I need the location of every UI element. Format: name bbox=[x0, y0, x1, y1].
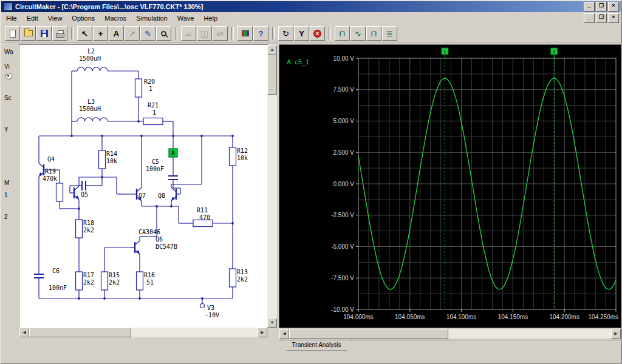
component-label: 10k bbox=[237, 155, 248, 161]
vertical-scroll-thumb[interactable] bbox=[267, 55, 277, 95]
open-button[interactable] bbox=[21, 26, 36, 41]
menu-item-wave[interactable]: Wave bbox=[173, 13, 199, 23]
scroll-left-icon[interactable]: ◀ bbox=[279, 329, 289, 339]
mirror-button[interactable]: ◫ bbox=[197, 26, 212, 41]
scope-window-3-button[interactable]: ⊓ bbox=[366, 26, 381, 41]
new-icon bbox=[10, 30, 16, 38]
component-label: 51 bbox=[146, 279, 154, 286]
component-label: R18 bbox=[83, 220, 94, 226]
x-tick-label: 104.200ms bbox=[549, 314, 579, 320]
mdi-restore-button[interactable]: ❐ bbox=[596, 13, 607, 23]
schematic-canvas[interactable]: L21500uHL31500uHR201R211R1410kR1210kR194… bbox=[19, 45, 267, 328]
scroll-right-icon[interactable]: ▶ bbox=[611, 329, 621, 339]
component-label: Q8 bbox=[158, 192, 165, 199]
probe-tool-button[interactable]: Y bbox=[294, 26, 309, 41]
save-button[interactable] bbox=[36, 26, 52, 41]
x-tick-label: 104.150ms bbox=[498, 314, 528, 320]
stop-simulation-icon bbox=[313, 30, 321, 38]
maximize-button[interactable]: ❐ bbox=[596, 2, 607, 12]
toolbar-separator bbox=[272, 27, 275, 39]
toolbar-separator bbox=[231, 27, 234, 39]
y-tick-label: -5.000 V bbox=[331, 243, 354, 250]
menu-item-view[interactable]: View bbox=[43, 13, 67, 23]
y-tick-label: 7.500 V bbox=[333, 86, 355, 93]
check-schematic-button[interactable] bbox=[238, 26, 253, 41]
waveform-horizontal-scrollbar[interactable]: ◀ ▶ bbox=[279, 329, 621, 339]
component-label: 2k2 bbox=[109, 279, 120, 286]
component-label: 2k2 bbox=[237, 276, 248, 283]
delete-tool-button[interactable]: ↗ bbox=[125, 26, 140, 41]
component-label: 2k2 bbox=[83, 227, 94, 234]
mdi-minimize-button[interactable]: _ bbox=[584, 13, 595, 23]
waveform-pane: 10.00 V7.500 V5.000 V2.500 V0.000 V-2.50… bbox=[279, 45, 621, 351]
scope-window-2-button[interactable]: ∿ bbox=[350, 26, 366, 41]
menu-item-simulation[interactable]: Simulation bbox=[131, 13, 172, 23]
scroll-up-icon[interactable]: ▲ bbox=[267, 45, 277, 55]
horizontal-scroll-thumb[interactable] bbox=[29, 328, 131, 337]
component-label: Q4 bbox=[47, 156, 55, 163]
component-label: C5 bbox=[152, 158, 159, 165]
component-label: Q5 bbox=[81, 191, 88, 198]
scroll-left-icon[interactable]: ◀ bbox=[19, 328, 29, 337]
y-tick-label: 10.00 V bbox=[333, 55, 355, 62]
text-tool-button[interactable]: A bbox=[109, 26, 124, 41]
stop-simulation-button[interactable] bbox=[310, 26, 325, 41]
title-bar[interactable]: CircuitMaker - [C:\Program Files\...\osc… bbox=[1, 1, 621, 12]
component-label: Q6 bbox=[156, 236, 163, 243]
reset-simulation-button[interactable]: ↻ bbox=[278, 26, 293, 41]
tab-transient-analysis[interactable]: Transient Analysis bbox=[281, 340, 352, 351]
y-tick-label: -2.500 V bbox=[331, 212, 354, 218]
print-icon bbox=[56, 33, 64, 38]
probe-tool-icon: Y bbox=[299, 30, 304, 38]
help-icon: ? bbox=[259, 30, 264, 38]
component-label: CA3046 bbox=[138, 229, 160, 235]
menu-item-file[interactable]: File bbox=[1, 13, 22, 23]
schematic-vertical-scrollbar[interactable]: ▲ ▼ bbox=[267, 45, 277, 328]
schematic-horizontal-scrollbar[interactable]: ◀ ▶ bbox=[19, 328, 267, 337]
rotate-button[interactable]: ▱ bbox=[181, 26, 196, 41]
side-panel: Wa Vi Sc Y M 1 2 bbox=[1, 45, 19, 363]
menu-bar: FileEditViewOptionsMacrosSimulationWaveH… bbox=[1, 12, 621, 25]
menu-item-macros[interactable]: Macros bbox=[100, 13, 131, 23]
scope-window-1-button[interactable]: ⊓ bbox=[335, 26, 350, 41]
component-label: R21 bbox=[148, 102, 159, 109]
scope-window-4-button[interactable]: ≣ bbox=[382, 26, 397, 41]
scroll-down-icon[interactable]: ▼ bbox=[267, 318, 277, 328]
app-window: CircuitMaker - [C:\Program Files\...\osc… bbox=[0, 0, 622, 364]
component-label: C6 bbox=[52, 268, 60, 274]
radio-button[interactable] bbox=[5, 73, 12, 79]
scope-window-4-icon: ≣ bbox=[386, 30, 393, 38]
check-schematic-icon bbox=[242, 30, 249, 36]
component-label: R14 bbox=[106, 150, 117, 157]
component-label: R17 bbox=[83, 272, 94, 278]
window-title: CircuitMaker - [C:\Program Files\...\osc… bbox=[15, 3, 584, 10]
component-probe-A[interactable]: A bbox=[169, 149, 177, 157]
select-arrow-tool-icon: ↖ bbox=[81, 30, 88, 38]
menu-item-edit[interactable]: Edit bbox=[22, 13, 43, 23]
menu-item-help[interactable]: Help bbox=[199, 13, 222, 23]
x-tick-label: 104.250ms bbox=[589, 314, 618, 320]
y-tick-label: 0.000 V bbox=[333, 181, 355, 187]
component-label: 1500uH bbox=[79, 55, 101, 62]
scroll-right-icon[interactable]: ▶ bbox=[258, 328, 267, 337]
waveform-plot[interactable]: 10.00 V7.500 V5.000 V2.500 V0.000 V-2.50… bbox=[279, 45, 621, 328]
help-button[interactable]: ? bbox=[253, 26, 268, 41]
horizontal-scroll-thumb[interactable] bbox=[289, 329, 448, 339]
close-button[interactable]: × bbox=[608, 2, 619, 12]
component-label: 100nF bbox=[49, 285, 67, 291]
component-label: Q7 bbox=[138, 192, 146, 199]
minimize-button[interactable]: _ bbox=[584, 2, 595, 12]
print-button[interactable] bbox=[52, 26, 67, 41]
component-label: R11 bbox=[197, 207, 208, 214]
menu-item-options[interactable]: Options bbox=[67, 13, 100, 23]
zoom-tool-button[interactable] bbox=[156, 26, 171, 41]
component-label: A bbox=[171, 150, 175, 156]
wire-tool-button[interactable]: ✎ bbox=[140, 26, 156, 41]
component-label: R16 bbox=[144, 272, 155, 278]
add-part-tool-button[interactable]: + bbox=[93, 26, 108, 41]
select-arrow-tool-button[interactable]: ↖ bbox=[77, 26, 92, 41]
new-button[interactable] bbox=[5, 26, 20, 41]
component-label: BC547B bbox=[156, 243, 177, 250]
flip-button[interactable]: ⇄ bbox=[213, 26, 228, 41]
mdi-close-button[interactable]: × bbox=[608, 13, 619, 23]
